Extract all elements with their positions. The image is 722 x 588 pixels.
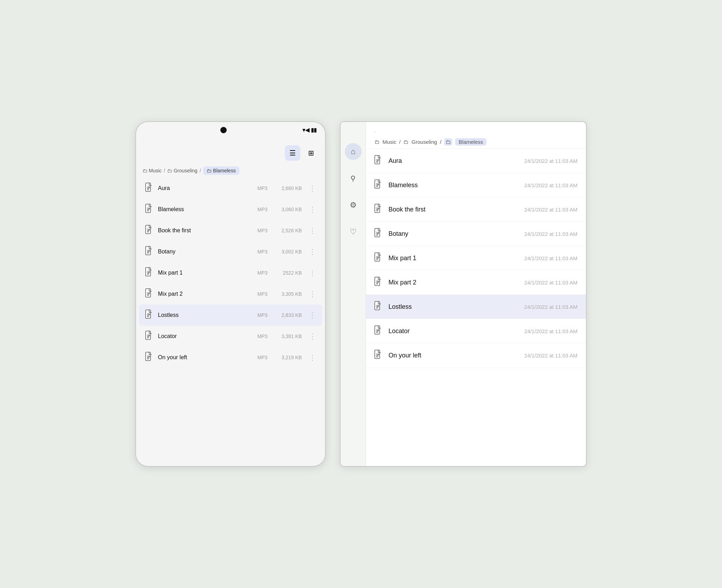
phone-breadcrumb: 🗀 Music / 🗀 Grouseling / 🗀 Blameless bbox=[136, 164, 325, 178]
audio-file-icon bbox=[374, 252, 382, 264]
file-size: 3,219 KB bbox=[276, 355, 302, 360]
breadcrumb-blameless[interactable]: Blameless bbox=[455, 138, 487, 146]
tablet-file-item[interactable]: Aura 24/1/2022 at 11:03 AM bbox=[366, 149, 586, 173]
file-type: MP3 bbox=[257, 270, 271, 276]
tablet-header bbox=[366, 128, 586, 135]
audio-file-icon bbox=[145, 310, 153, 321]
more-options-button[interactable]: ⋮ bbox=[307, 332, 316, 341]
phone-file-list: Aura MP3 2,680 KB ⋮ Blameless MP3 3,060 … bbox=[136, 178, 325, 466]
file-date: 24/1/2022 at 11:03 AM bbox=[524, 304, 577, 310]
audio-file-icon bbox=[374, 155, 382, 166]
search-icon: ⚲ bbox=[350, 174, 356, 183]
file-item[interactable]: Aura MP3 2,680 KB ⋮ bbox=[139, 178, 322, 199]
tablet-file-item[interactable]: Mix part 1 24/1/2022 at 11:03 AM bbox=[366, 246, 586, 270]
file-item[interactable]: Locator MP3 3,381 KB ⋮ bbox=[139, 326, 322, 347]
file-name: Locator bbox=[158, 333, 252, 339]
file-name: On your left bbox=[388, 352, 518, 359]
file-type: MP3 bbox=[257, 333, 271, 339]
audio-file-icon bbox=[145, 225, 153, 236]
more-options-button[interactable]: ⋮ bbox=[307, 184, 316, 192]
breadcrumb-music[interactable]: 🗀 Music bbox=[142, 168, 162, 173]
file-date: 24/1/2022 at 11:03 AM bbox=[524, 207, 577, 213]
tablet-main: 🗀 Music / 🗀 Grouseling / 🗀 Blameless Aur… bbox=[366, 122, 586, 466]
grid-icon: ⊞ bbox=[308, 149, 314, 157]
folder-icon: 🗀 bbox=[374, 139, 380, 145]
file-date: 24/1/2022 at 11:03 AM bbox=[524, 280, 577, 286]
file-item[interactable]: On your left MP3 3,219 KB ⋮ bbox=[139, 347, 322, 368]
breadcrumb-grouseling[interactable]: Grouseling bbox=[411, 139, 437, 145]
breadcrumb-grouseling[interactable]: 🗀 Grouseling bbox=[167, 168, 197, 173]
camera-dot bbox=[220, 127, 227, 133]
file-date: 24/1/2022 at 11:03 AM bbox=[524, 255, 577, 261]
file-name: Locator bbox=[388, 327, 518, 335]
view-toggle: ☰ ⊞ bbox=[285, 145, 319, 161]
file-name: Lostless bbox=[158, 312, 252, 318]
file-type: MP3 bbox=[257, 207, 271, 212]
tablet-file-item[interactable]: Lostless 24/1/2022 at 11:03 AM bbox=[366, 295, 586, 319]
file-size: 3,060 KB bbox=[276, 207, 302, 212]
more-options-button[interactable]: ⋮ bbox=[307, 205, 316, 214]
audio-file-icon bbox=[374, 277, 382, 288]
file-item[interactable]: Mix part 2 MP3 3,305 KB ⋮ bbox=[139, 283, 322, 305]
tablet-file-item[interactable]: Botany 24/1/2022 at 11:03 AM bbox=[366, 222, 586, 246]
tablet-status-bar bbox=[366, 122, 586, 128]
breadcrumb-sep-2: / bbox=[200, 168, 201, 173]
file-item[interactable]: Blameless MP3 3,060 KB ⋮ bbox=[139, 199, 322, 220]
breadcrumb-sep-1: / bbox=[399, 139, 400, 145]
tablet-file-item[interactable]: Book the first 24/1/2022 at 11:03 AM bbox=[366, 197, 586, 222]
breadcrumb-label: Music bbox=[149, 168, 162, 173]
folder-icon: 🗀 bbox=[142, 168, 147, 173]
breadcrumb-sep-2: / bbox=[440, 139, 441, 145]
grid-view-button[interactable]: ⊞ bbox=[303, 145, 319, 161]
more-options-button[interactable]: ⋮ bbox=[307, 269, 316, 277]
breadcrumb-blameless[interactable]: 🗀 Blameless bbox=[203, 166, 239, 175]
tablet-file-list: Aura 24/1/2022 at 11:03 AM Blameless 24/… bbox=[366, 149, 586, 466]
file-name: Book the first bbox=[158, 227, 252, 234]
list-icon: ☰ bbox=[289, 149, 296, 157]
file-item[interactable]: Lostless MP3 2,833 KB ⋮ bbox=[139, 305, 322, 326]
tablet-file-item[interactable]: Blameless 24/1/2022 at 11:03 AM bbox=[366, 173, 586, 197]
file-name: Aura bbox=[158, 185, 252, 191]
file-item[interactable]: Mix part 1 MP3 2522 KB ⋮ bbox=[139, 262, 322, 283]
signal-icon: ▮▮ bbox=[311, 127, 317, 133]
tablet-file-item[interactable]: On your left 24/1/2022 at 11:03 AM bbox=[366, 343, 586, 368]
sidebar-item-search[interactable]: ⚲ bbox=[345, 170, 362, 187]
file-name: Lostless bbox=[388, 303, 518, 311]
audio-file-icon bbox=[374, 350, 382, 361]
tablet-file-item[interactable]: Locator 24/1/2022 at 11:03 AM bbox=[366, 319, 586, 343]
file-size: 3,305 KB bbox=[276, 291, 302, 297]
breadcrumb-label: Blameless bbox=[213, 168, 236, 173]
file-size: 3,002 KB bbox=[276, 249, 302, 255]
file-type: MP3 bbox=[257, 312, 271, 318]
file-item[interactable]: Book the first MP3 2,526 KB ⋮ bbox=[139, 220, 322, 241]
file-item[interactable]: Botany MP3 3,002 KB ⋮ bbox=[139, 241, 322, 262]
heart-icon: ♡ bbox=[350, 227, 357, 237]
sidebar-item-settings[interactable]: ⚙ bbox=[345, 197, 362, 214]
breadcrumb-music[interactable]: Music bbox=[383, 139, 396, 145]
sidebar-item-home[interactable]: ⌂ bbox=[345, 143, 362, 160]
sidebar-item-favorites[interactable]: ♡ bbox=[345, 223, 362, 240]
more-options-button[interactable]: ⋮ bbox=[307, 290, 316, 298]
file-name: Botany bbox=[158, 249, 252, 255]
tablet-container: ⌂ ⚲ ⚙ ♡ 🗀 Music / 🗀 Grouseling / bbox=[340, 121, 587, 467]
tablet-back-button[interactable] bbox=[374, 131, 376, 133]
file-date: 24/1/2022 at 11:03 AM bbox=[524, 328, 577, 334]
file-date: 24/1/2022 at 11:03 AM bbox=[524, 182, 577, 188]
file-name: On your left bbox=[158, 354, 252, 361]
file-type: MP3 bbox=[257, 291, 271, 297]
list-view-button[interactable]: ☰ bbox=[285, 145, 300, 161]
phone-back-button[interactable] bbox=[142, 138, 144, 140]
more-options-button[interactable]: ⋮ bbox=[307, 226, 316, 235]
audio-file-icon bbox=[374, 204, 382, 215]
phone-camera bbox=[145, 127, 302, 133]
more-options-button[interactable]: ⋮ bbox=[307, 353, 316, 362]
more-options-button[interactable]: ⋮ bbox=[307, 247, 316, 256]
tablet-file-item[interactable]: Mix part 2 24/1/2022 at 11:03 AM bbox=[366, 270, 586, 295]
audio-file-icon bbox=[145, 267, 153, 278]
file-type: MP3 bbox=[257, 249, 271, 255]
file-name: Mix part 1 bbox=[158, 270, 252, 276]
more-options-button[interactable]: ⋮ bbox=[307, 311, 316, 319]
folder-icon: 🗀 bbox=[444, 138, 452, 146]
audio-file-icon bbox=[145, 246, 153, 257]
audio-file-icon bbox=[145, 352, 153, 363]
